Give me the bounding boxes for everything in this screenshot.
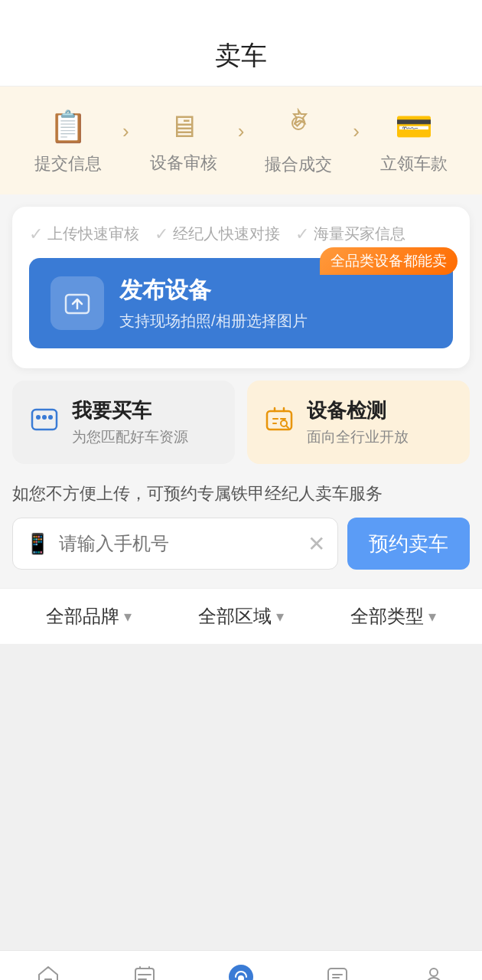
- svg-point-12: [430, 969, 438, 976]
- svg-point-5: [48, 415, 53, 420]
- step-arrow-2: ›: [238, 119, 245, 165]
- buy-car-subtitle: 为您匹配好车资源: [72, 427, 188, 447]
- nav-item-profile[interactable]: 我的: [386, 959, 482, 980]
- step-label-3: 撮合成交: [265, 153, 332, 176]
- steps-banner: 📋 提交信息 › 🖥 设备审核 › 撮合成交 › 💳 立领车款: [0, 87, 482, 194]
- phone-icon: 📱: [25, 532, 50, 556]
- brand-filter-label: 全部品牌: [46, 604, 119, 629]
- reserve-sell-button[interactable]: 预约卖车: [347, 518, 470, 570]
- equipment-check-card[interactable]: 设备检测 面向全行业开放: [247, 381, 470, 464]
- step-icon-4: 💳: [395, 109, 433, 145]
- main-card: ✓ 上传快速审核 ✓ 经纪人快速对接 ✓ 海量买家信息 全品类设备都能卖 发布设…: [12, 207, 470, 368]
- step-arrow-3: ›: [353, 119, 360, 165]
- checks-row: ✓ 上传快速审核 ✓ 经纪人快速对接 ✓ 海量买家信息: [29, 224, 453, 244]
- step-item-3: 撮合成交: [246, 108, 351, 176]
- region-filter[interactable]: 全部区域 ▾: [164, 604, 317, 629]
- nav-item-sell[interactable]: 卖车: [193, 959, 289, 980]
- buy-car-text: 我要买车 为您匹配好车资源: [72, 397, 188, 447]
- phone-input-row: 📱 ✕ 预约卖车: [12, 518, 470, 570]
- publish-button-text: 发布设备 支持现场拍照/相册选择图片: [119, 275, 308, 332]
- content-area: [0, 644, 482, 950]
- type-filter[interactable]: 全部类型 ▾: [318, 604, 470, 629]
- check-icon-2: ✓: [155, 224, 168, 244]
- step-label-1: 提交信息: [34, 152, 102, 175]
- step-arrow-1: ›: [122, 119, 129, 165]
- svg-point-3: [36, 415, 41, 420]
- region-filter-arrow: ▾: [276, 607, 284, 626]
- buy-icon: [132, 963, 157, 980]
- profile-icon: [422, 963, 446, 980]
- type-filter-label: 全部类型: [350, 604, 424, 629]
- broker-description: 如您不方便上传，可预约专属铁甲经纪人卖车服务: [12, 482, 470, 505]
- check-label-3: 海量买家信息: [314, 224, 405, 244]
- publish-button-subtitle: 支持现场拍照/相册选择图片: [119, 311, 308, 332]
- publish-upload-icon: [50, 276, 104, 330]
- type-filter-arrow: ▾: [428, 607, 436, 626]
- step-icon-3: [283, 108, 314, 145]
- phone-input-wrap: 📱 ✕: [12, 518, 338, 570]
- step-item-1: 📋 提交信息: [15, 109, 121, 175]
- step-icon-2: 🖥: [168, 109, 199, 144]
- brand-filter-arrow: ▾: [124, 607, 132, 626]
- equipment-check-title: 设备检测: [307, 397, 409, 424]
- phone-input[interactable]: [59, 533, 298, 554]
- buy-car-title: 我要买车: [72, 397, 188, 424]
- check-item-2: ✓ 经纪人快速对接: [155, 224, 280, 244]
- messages-icon: [325, 963, 350, 980]
- check-label-2: 经纪人快速对接: [173, 224, 280, 244]
- check-item-1: ✓ 上传快速审核: [29, 224, 139, 244]
- broker-section: 如您不方便上传，可预约专属铁甲经纪人卖车服务 📱 ✕ 预约卖车: [12, 482, 470, 570]
- step-label-2: 设备审核: [150, 152, 217, 175]
- nav-item-home[interactable]: 首页: [0, 959, 96, 980]
- step-icon-1: 📋: [49, 109, 87, 145]
- equipment-check-icon: [262, 402, 296, 443]
- bottom-nav: 首页 买车 卖车: [0, 950, 482, 980]
- publish-button-wrap: 全品类设备都能卖 发布设备 支持现场拍照/相册选择图片: [29, 258, 453, 348]
- check-label-1: 上传快速审核: [47, 224, 139, 244]
- check-item-3: ✓ 海量买家信息: [295, 224, 405, 244]
- brand-filter[interactable]: 全部品牌 ▾: [12, 604, 164, 629]
- step-label-4: 立领车款: [380, 152, 448, 175]
- nav-item-messages[interactable]: 消息: [289, 959, 386, 980]
- step-item-2: 🖥 设备审核: [131, 109, 236, 175]
- svg-point-4: [42, 415, 47, 420]
- publish-badge: 全品类设备都能卖: [320, 247, 458, 275]
- equipment-check-subtitle: 面向全行业开放: [307, 427, 409, 447]
- check-icon-1: ✓: [29, 224, 43, 244]
- nav-item-buy[interactable]: 买车: [96, 959, 193, 980]
- filter-row: 全部品牌 ▾ 全部区域 ▾ 全部类型 ▾: [0, 588, 482, 644]
- publish-button-title: 发布设备: [119, 275, 308, 306]
- region-filter-label: 全部区域: [198, 604, 272, 629]
- page-header: 卖车: [0, 0, 482, 87]
- action-cards-row: 我要买车 为您匹配好车资源 设备检测 面向全行业开放: [12, 381, 470, 464]
- equipment-check-text: 设备检测 面向全行业开放: [307, 397, 409, 447]
- step-item-4: 💳 立领车款: [361, 109, 467, 175]
- page-title: 卖车: [215, 41, 267, 70]
- check-icon-3: ✓: [295, 224, 309, 244]
- home-icon: [36, 963, 60, 980]
- buy-car-card[interactable]: 我要买车 为您匹配好车资源: [12, 381, 235, 464]
- buy-car-icon: [28, 402, 61, 443]
- clear-input-icon[interactable]: ✕: [308, 531, 325, 557]
- sell-icon: [227, 963, 255, 980]
